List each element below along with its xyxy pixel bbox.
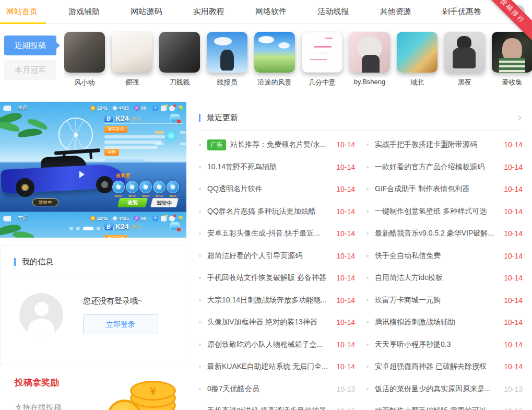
contributor-item[interactable]: 风小动 [64,32,105,102]
contributor-item[interactable]: 倔强 [112,32,152,102]
article-title[interactable]: 自用简洁大方idc模板 [375,273,499,283]
gem-icon [134,216,139,221]
list-item[interactable]: 超简洁好看的个人引导页源码10-14 [199,245,355,267]
mod-icon [167,181,179,193]
list-item[interactable]: 自用简洁大方idc模板10-14 [367,267,523,289]
article-title[interactable]: 最新酷我音乐v9.0.5.2 豪华VIP破解... [375,229,499,238]
list-item[interactable]: 手机回收站文件恢复破解版 必备神器10-14 [199,267,355,289]
article-title[interactable]: 饭店的菜份量少的真实原因原来是... [375,384,499,394]
list-item[interactable]: 一款好看的官方产品介绍模板源码10-14 [367,156,523,179]
list-item[interactable]: 实战手把手教搭建卡盟附带源码10-14 [367,134,523,156]
bullet-icon [367,388,369,390]
contributor-item[interactable]: 黑夜 [444,32,485,102]
section-accent-bar [199,114,200,122]
article-title[interactable]: 大宗10.14日刺激战场奔放多功能稳... [207,296,331,305]
coins-illustration: ¥ ¥ [106,381,179,410]
nav-item-other-resources[interactable]: 其他资源 [379,0,412,24]
car-permanent-tag: 永久 [132,224,141,230]
not-logged-message: 您还没有登录哦~ [83,296,158,306]
nav-item-activities[interactable]: 活动线报 [316,0,350,24]
article-title[interactable]: 实战手把手教搭建卡盟附带源码 [375,140,499,149]
bullet-icon [199,255,201,257]
my-info-card: 我的信息 您还没有登录哦~ 立即登录 [0,245,186,365]
article-title[interactable]: 0撸7天优酷会员 [207,384,331,394]
list-item[interactable]: 动画制作小帮手破解版 需要的可以...10-13 [367,400,523,410]
list-item[interactable]: 安卓五彩头像生成-抖音.快手最近...10-14 [199,222,355,245]
list-item[interactable]: 安卓超强微商神器 已破解去除授权10-14 [367,356,523,378]
list-item[interactable]: GIF合成助手 制作表情包利器10-14 [367,178,523,201]
mod-icon [153,181,165,193]
article-title[interactable]: 一键制作创意氢壁纸 多种样式可选 [375,207,499,216]
game-banner-carousel[interactable]: 车库 2241 4425 60 [0,102,186,238]
nav-item-site-source[interactable]: 网站源码 [130,0,163,24]
article-date: 10-14 [336,274,355,282]
list-item[interactable]: 玖富万卡商城一元购10-14 [367,289,523,312]
list-item[interactable]: QQ群名片恶搞 多种玩法更加炫酷10-14 [199,201,355,223]
article-title[interactable]: 天天享听小程序秒提0.3 [375,340,499,349]
article-title[interactable]: 原创致敬吃鸡小队人物枪械箱子盒... [207,340,331,349]
list-item[interactable]: 饭店的菜份量少的真实原因原来是...10-13 [367,378,523,401]
contributor-item[interactable]: 线报员 [207,32,247,102]
article-title[interactable]: 安卓五彩头像生成-抖音.快手最近... [207,229,331,238]
list-item[interactable]: 最新KUAKE自助建站系统 无后门全...10-14 [199,356,355,378]
list-item[interactable]: 天天享听小程序秒提0.310-14 [367,334,523,356]
article-title[interactable]: QQ透明名片软件 [207,184,331,194]
divider [104,123,183,124]
article-title[interactable]: 玖富万卡商城一元购 [375,296,499,305]
nav-item-tutorials[interactable]: 实用教程 [192,0,226,24]
contributor-item[interactable]: 刀贱贱 [159,32,200,102]
article-date: 10-14 [504,274,523,282]
list-item[interactable]: 广告 站长推荐：免费领名片赞/永... 10-14 [199,134,355,156]
list-item[interactable]: 最新酷我音乐v9.0.5.2 豪华VIP破解...10-14 [367,222,523,245]
contributor-item[interactable]: 域北 [397,32,438,102]
article-date: 10-14 [504,362,523,371]
article-title[interactable]: 头像加V加框神器 绝对的装13神器 [207,318,331,327]
list-item[interactable]: 原创致敬吃鸡小队人物枪械箱子盒...10-14 [199,334,355,356]
article-title[interactable]: 10.14荒野不死鸟辅助 [207,162,331,172]
tab-month-champion[interactable]: 本月冠军 [4,60,56,80]
list-item[interactable]: QQ透明名片软件10-14 [199,178,355,201]
chevron-right-icon[interactable]: › [518,112,523,123]
contributor-item[interactable]: by.Bsheng [349,32,390,102]
article-title[interactable]: 安卓超强微商神器 已破解去除授权 [375,362,499,371]
submission-reward-promo[interactable]: 投稿拿奖励 支持在线投稿 ¥ ¥ [0,377,186,410]
nav-item-software[interactable]: 网络软件 [254,0,288,24]
list-item[interactable]: 手机高清对讲机 提高通话质量的神器10-13 [199,400,355,410]
article-title[interactable]: 腾讯模拟器刺激战场辅助 [375,318,499,327]
nav-item-game-assist[interactable]: 游戏辅助 [67,0,101,24]
article-title[interactable]: 手机回收站文件恢复破解版 必备神器 [207,273,331,283]
plus-icon [152,106,158,111]
article-title[interactable]: 最新KUAKE自助建站系统 无后门全... [207,362,331,371]
list-item[interactable]: 快手全自动私信免费10-14 [367,245,523,267]
divider [14,274,186,274]
max-label: MAX [125,194,139,197]
list-item[interactable]: 0撸7天优酷会员10-13 [199,378,355,401]
article-title[interactable]: GIF合成助手 制作表情包利器 [375,184,499,194]
contributor-item[interactable]: 沿途的风景 [254,32,295,102]
positioning-tag: 赛车定位 [104,126,127,133]
list-item[interactable]: 10.14荒野不死鸟辅助10-14 [199,156,355,179]
contributor-avatar [444,32,485,73]
article-title[interactable]: 站长推荐：免费领名片赞/永... [230,140,331,149]
list-item[interactable]: 头像加V加框神器 绝对的装13神器10-14 [199,311,355,334]
list-item[interactable]: 一键制作创意氢壁纸 多种样式可选10-14 [367,201,523,223]
article-title[interactable]: 手机高清对讲机 提高通话质量的神器 [207,406,331,410]
list-item[interactable]: 大宗10.14日刺激战场奔放多功能稳...10-14 [199,289,355,312]
nav-item-coupons[interactable]: 剁手优惠卷 [441,0,482,24]
article-title[interactable]: 一款好看的官方产品介绍模板源码 [375,162,499,172]
tab-recent-posts[interactable]: 近期投稿 [4,36,56,55]
article-date: 10-14 [336,185,355,193]
max-label: MAX [139,194,152,197]
article-title[interactable]: QQ群名片恶搞 多种玩法更加炫酷 [207,207,331,216]
article-title[interactable]: 快手全自动私信免费 [375,251,499,261]
mod-icon [126,181,138,193]
contributor-item[interactable]: 几分中意 [302,32,342,102]
article-title[interactable]: 动画制作小帮手破解版 需要的可以... [375,406,499,410]
login-button[interactable]: 立即登录 [83,314,158,334]
mini-label [180,143,186,145]
article-title[interactable]: 超简洁好看的个人引导页源码 [207,251,331,261]
list-item[interactable]: 腾讯模拟器刺激战场辅助10-14 [367,311,523,334]
nav-item-home[interactable]: 网站首页 [5,0,39,24]
contributor-item[interactable]: 爱收集 [492,32,532,102]
max-label: MAX [166,194,180,197]
